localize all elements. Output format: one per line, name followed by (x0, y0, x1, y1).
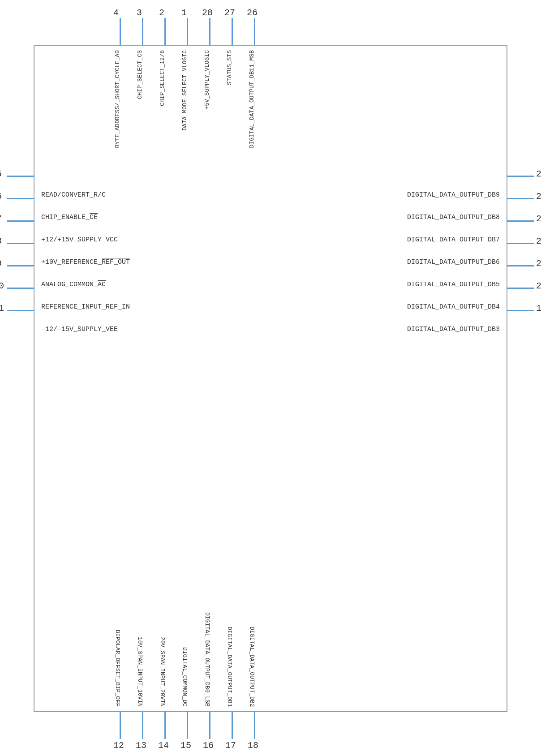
signal-right-24: DIGITAL_DATA_OUTPUT_DB9 (407, 191, 500, 199)
pin-bottom-13 (142, 711, 143, 739)
signal-top-3: CHIP_SELECT_CS (137, 50, 143, 99)
pin-num-23: 23 (536, 214, 541, 224)
pin-bottom-16 (209, 711, 210, 739)
pin-num-2: 2 (159, 8, 164, 18)
signal-left-9: +10V_REFERENCE_REF_OUT (41, 258, 130, 266)
pin-top-2 (164, 18, 166, 46)
pin-right-21 (507, 265, 534, 266)
pin-num-10: 10 (0, 281, 4, 291)
signal-right-21: DIGITAL_DATA_OUTPUT_DB6 (407, 258, 500, 266)
pin-top-4 (120, 18, 121, 46)
signal-bottom-15: DIGITAL_COMMON_DC (181, 647, 188, 707)
pin-num-6: 6 (0, 191, 2, 202)
pin-right-24 (507, 198, 534, 199)
pin-bottom-18 (254, 711, 255, 739)
pin-num-19: 19 (536, 303, 541, 314)
pin-num-15: 15 (180, 740, 191, 751)
pin-num-25: 25 (536, 169, 541, 179)
pin-num-14: 14 (158, 740, 169, 751)
pin-num-13: 13 (136, 740, 146, 751)
main-container: 4 BYTE_ADDRESS/_SHORT_CYCLE_A0 3 CHIP_SE… (0, 0, 541, 756)
pin-right-20 (507, 288, 534, 289)
pin-left-11 (7, 310, 34, 311)
signal-bottom-16: DIGITAL_DATA_OUTPUT_DB0_LSB (204, 612, 210, 707)
ic-body: 4 BYTE_ADDRESS/_SHORT_CYCLE_A0 3 CHIP_SE… (34, 45, 507, 712)
signal-left-11: REFERENCE_INPUT_REF_IN (41, 303, 130, 311)
signal-left-7: CHIP_ENABLE_CE (41, 214, 98, 221)
pin-num-18: 18 (248, 740, 258, 751)
signal-bottom-13: 10V_SPAN_INPUT_10VIN (137, 637, 143, 707)
signal-right-23: DIGITAL_DATA_OUTPUT_DB8 (407, 214, 500, 221)
pin-right-19 (507, 310, 534, 311)
signal-left-6: READ/CONVERT_R/C (41, 191, 106, 199)
pin-bottom-14 (164, 711, 166, 739)
pin-left-9 (7, 265, 34, 266)
pin-right-22 (507, 243, 534, 244)
signal-top-28: +5V_SUPPLY_VLOGIC (204, 50, 210, 110)
pin-top-1 (187, 18, 188, 46)
pin-bottom-17 (232, 711, 233, 739)
signal-left-10: ANALOG_COMMON_AC (41, 281, 106, 288)
signal-top-26: DIGITAL_DATA_OUTPUT_DB11_MSB (249, 50, 255, 148)
pin-num-17: 17 (225, 740, 236, 751)
pin-bottom-15 (187, 711, 188, 739)
pin-left-7 (7, 220, 34, 222)
signal-top-1: DATA_MODE_SELECT_VLOGIC (181, 50, 188, 130)
signal-left-8: +12/+15V_SUPPLY_VCC (41, 236, 118, 244)
pin-bottom-12 (120, 711, 121, 739)
pin-left-8 (7, 243, 34, 244)
signal-bottom-12: BIPOLAR_OFFSET_BIP_OFF (114, 630, 121, 707)
pin-num-7: 7 (0, 214, 2, 224)
signal-right-22: DIGITAL_DATA_OUTPUT_DB7 (407, 236, 500, 244)
pin-num-8: 8 (0, 236, 2, 246)
pin-num-22: 22 (536, 236, 541, 246)
pin-num-20: 20 (536, 281, 541, 291)
signal-right-db3: DIGITAL_DATA_OUTPUT_DB3 (407, 326, 500, 333)
pin-num-3: 3 (137, 8, 142, 18)
pin-top-3 (142, 18, 143, 46)
signal-top-4: BYTE_ADDRESS/_SHORT_CYCLE_A0 (114, 50, 121, 148)
signal-bottom-18: DIGITAL_DATA_OUTPUT_DB2 (249, 627, 255, 707)
pin-left-6 (7, 198, 34, 199)
pin-num-28: 28 (202, 8, 213, 18)
pin-num-5: 5 (0, 169, 2, 179)
pin-left-5 (7, 176, 34, 177)
pin-num-26: 26 (247, 8, 258, 18)
pin-right-25 (507, 176, 534, 177)
pin-num-21: 21 (536, 258, 541, 269)
pin-top-26 (254, 18, 255, 46)
pin-num-1: 1 (181, 8, 187, 18)
signal-bottom-14: 20V_SPAN_INPUT_20VIN (159, 637, 166, 707)
signal-left-vee: -12/-15V_SUPPLY_VEE (41, 326, 118, 333)
signal-bottom-17: DIGITAL_DATA_OUTPUT_DB1 (226, 627, 233, 707)
pin-num-16: 16 (203, 740, 214, 751)
pin-num-27: 27 (224, 8, 235, 18)
pin-num-4: 4 (113, 8, 119, 18)
pin-right-23 (507, 220, 534, 222)
pin-num-11: 11 (0, 303, 4, 314)
pin-num-24: 24 (536, 191, 541, 202)
signal-top-2: CHIP_SELECT_12/8 (159, 50, 166, 106)
signal-top-27: STATUS_STS (226, 50, 233, 85)
pin-num-9: 9 (0, 258, 2, 269)
pin-top-28 (209, 18, 210, 46)
signal-right-19: DIGITAL_DATA_OUTPUT_DB4 (407, 303, 500, 311)
pin-top-27 (232, 18, 233, 46)
signal-right-20: DIGITAL_DATA_OUTPUT_DB5 (407, 281, 500, 288)
pin-num-12: 12 (113, 740, 124, 751)
pin-left-10 (7, 288, 34, 289)
